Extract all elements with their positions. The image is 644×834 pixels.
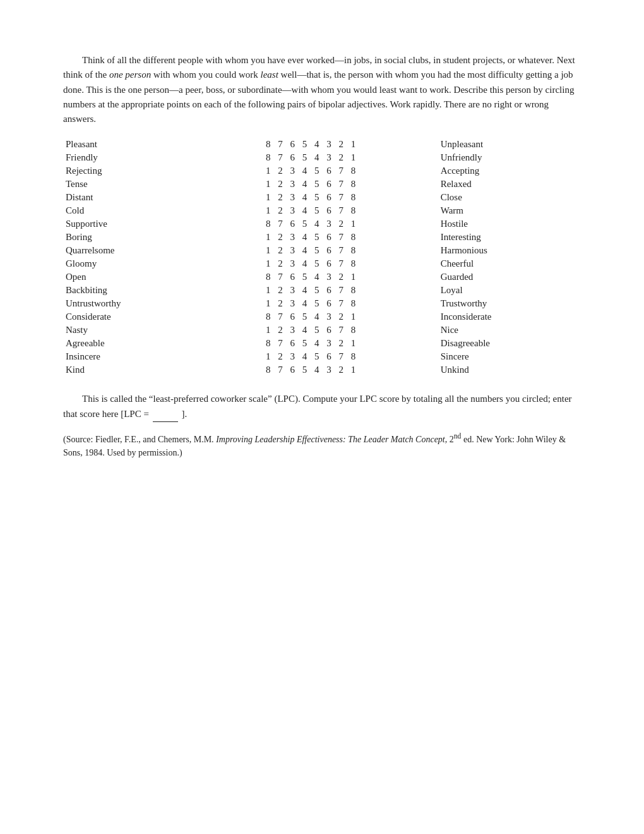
scale-numbers: 8 7 6 5 4 3 2 1 bbox=[203, 270, 422, 284]
scale-right-label: Relaxed bbox=[422, 178, 581, 191]
scale-numbers: 1 2 3 4 5 6 7 8 bbox=[203, 164, 422, 178]
lpc-scale-table: Pleasant 8 7 6 5 4 3 2 1 Unpleasant Frie… bbox=[63, 138, 581, 377]
scale-right-label: Hostile bbox=[422, 217, 581, 231]
scale-numbers: 1 2 3 4 5 6 7 8 bbox=[203, 191, 422, 204]
table-row: Gloomy 1 2 3 4 5 6 7 8 Cheerful bbox=[63, 257, 581, 270]
scale-numbers: 1 2 3 4 5 6 7 8 bbox=[203, 297, 422, 310]
scale-right-label: Guarded bbox=[422, 270, 581, 284]
scale-numbers: 1 2 3 4 5 6 7 8 bbox=[203, 284, 422, 297]
scale-left-label: Tense bbox=[63, 178, 203, 191]
scale-left-label: Kind bbox=[63, 363, 203, 377]
table-row: Quarrelsome 1 2 3 4 5 6 7 8 Harmonious bbox=[63, 244, 581, 257]
scale-right-label: Trustworthy bbox=[422, 297, 581, 310]
scoring-para: This is called the “least-preferred cowo… bbox=[63, 392, 581, 422]
lpc-blank bbox=[153, 407, 178, 422]
scale-numbers: 8 7 6 5 4 3 2 1 bbox=[203, 310, 422, 323]
scale-left-label: Quarrelsome bbox=[63, 244, 203, 257]
table-row: Open 8 7 6 5 4 3 2 1 Guarded bbox=[63, 270, 581, 284]
scale-left-label: Backbiting bbox=[63, 284, 203, 297]
table-row: Considerate 8 7 6 5 4 3 2 1 Inconsiderat… bbox=[63, 310, 581, 323]
table-row: Kind 8 7 6 5 4 3 2 1 Unkind bbox=[63, 363, 581, 377]
scale-right-label: Harmonious bbox=[422, 244, 581, 257]
scale-left-label: Cold bbox=[63, 204, 203, 217]
table-row: Rejecting 1 2 3 4 5 6 7 8 Accepting bbox=[63, 164, 581, 178]
scale-right-label: Unkind bbox=[422, 363, 581, 377]
scale-left-label: Supportive bbox=[63, 217, 203, 231]
scale-left-label: Considerate bbox=[63, 310, 203, 323]
scale-left-label: Untrustworthy bbox=[63, 297, 203, 310]
scale-numbers: 1 2 3 4 5 6 7 8 bbox=[203, 244, 422, 257]
scale-right-label: Loyal bbox=[422, 284, 581, 297]
scale-right-label: Close bbox=[422, 191, 581, 204]
scale-right-label: Cheerful bbox=[422, 257, 581, 270]
scale-numbers: 1 2 3 4 5 6 7 8 bbox=[203, 257, 422, 270]
scale-left-label: Agreeable bbox=[63, 337, 203, 350]
scale-numbers: 1 2 3 4 5 6 7 8 bbox=[203, 178, 422, 191]
scale-right-label: Disagreeable bbox=[422, 337, 581, 350]
scale-numbers: 8 7 6 5 4 3 2 1 bbox=[203, 363, 422, 377]
table-row: Pleasant 8 7 6 5 4 3 2 1 Unpleasant bbox=[63, 138, 581, 151]
scale-left-label: Gloomy bbox=[63, 257, 203, 270]
scale-right-label: Accepting bbox=[422, 164, 581, 178]
table-row: Tense 1 2 3 4 5 6 7 8 Relaxed bbox=[63, 178, 581, 191]
source-para: (Source: Fiedler, F.E., and Chemers, M.M… bbox=[63, 431, 581, 460]
scale-left-label: Nasty bbox=[63, 323, 203, 337]
table-row: Cold 1 2 3 4 5 6 7 8 Warm bbox=[63, 204, 581, 217]
table-row: Supportive 8 7 6 5 4 3 2 1 Hostile bbox=[63, 217, 581, 231]
table-row: Friendly 8 7 6 5 4 3 2 1 Unfriendly bbox=[63, 151, 581, 164]
scale-right-label: Unfriendly bbox=[422, 151, 581, 164]
scale-right-label: Nice bbox=[422, 323, 581, 337]
scale-numbers: 8 7 6 5 4 3 2 1 bbox=[203, 337, 422, 350]
table-row: Backbiting 1 2 3 4 5 6 7 8 Loyal bbox=[63, 284, 581, 297]
scale-left-label: Friendly bbox=[63, 151, 203, 164]
table-row: Insincere 1 2 3 4 5 6 7 8 Sincere bbox=[63, 350, 581, 363]
scale-left-label: Open bbox=[63, 270, 203, 284]
table-row: Boring 1 2 3 4 5 6 7 8 Interesting bbox=[63, 231, 581, 244]
scale-right-label: Sincere bbox=[422, 350, 581, 363]
table-row: Untrustworthy 1 2 3 4 5 6 7 8 Trustworth… bbox=[63, 297, 581, 310]
scale-numbers: 1 2 3 4 5 6 7 8 bbox=[203, 204, 422, 217]
scale-right-label: Inconsiderate bbox=[422, 310, 581, 323]
scale-numbers: 1 2 3 4 5 6 7 8 bbox=[203, 231, 422, 244]
table-row: Distant 1 2 3 4 5 6 7 8 Close bbox=[63, 191, 581, 204]
scale-right-label: Interesting bbox=[422, 231, 581, 244]
scale-left-label: Insincere bbox=[63, 350, 203, 363]
scale-numbers: 8 7 6 5 4 3 2 1 bbox=[203, 138, 422, 151]
instructions-para: Think of all the different people with w… bbox=[63, 53, 581, 126]
scale-right-label: Warm bbox=[422, 204, 581, 217]
table-row: Agreeable 8 7 6 5 4 3 2 1 Disagreeable bbox=[63, 337, 581, 350]
scale-numbers: 8 7 6 5 4 3 2 1 bbox=[203, 217, 422, 231]
scale-numbers: 1 2 3 4 5 6 7 8 bbox=[203, 350, 422, 363]
scale-left-label: Pleasant bbox=[63, 138, 203, 151]
table-row: Nasty 1 2 3 4 5 6 7 8 Nice bbox=[63, 323, 581, 337]
scale-left-label: Distant bbox=[63, 191, 203, 204]
scale-numbers: 8 7 6 5 4 3 2 1 bbox=[203, 151, 422, 164]
scale-left-label: Rejecting bbox=[63, 164, 203, 178]
scale-numbers: 1 2 3 4 5 6 7 8 bbox=[203, 323, 422, 337]
scale-left-label: Boring bbox=[63, 231, 203, 244]
scale-right-label: Unpleasant bbox=[422, 138, 581, 151]
